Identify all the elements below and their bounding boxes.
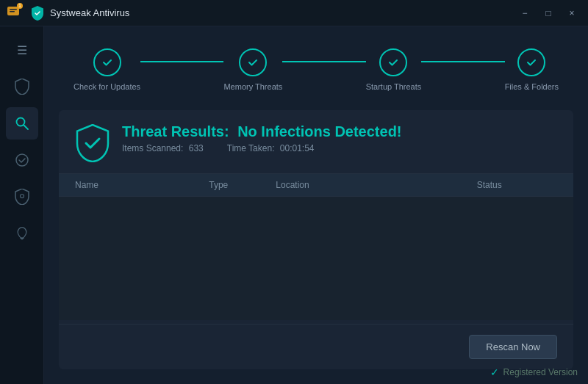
steps-row: Check for Updates Memory Threats bbox=[74, 48, 559, 91]
svg-point-3 bbox=[16, 118, 24, 126]
step-line-1 bbox=[140, 61, 223, 62]
svg-point-5 bbox=[16, 154, 28, 166]
step-label-memory-threats: Memory Threats bbox=[223, 82, 282, 91]
step-circle-memory-threats bbox=[239, 48, 267, 76]
step-files-folders: Files & Folders bbox=[505, 48, 559, 91]
rescan-button[interactable]: Rescan Now bbox=[469, 335, 557, 359]
results-title-dynamic: No Infections Detected! bbox=[237, 123, 401, 140]
step-circle-files-folders bbox=[517, 48, 545, 76]
hamburger-icon: ☰ bbox=[17, 43, 27, 57]
step-circle-startup-threats bbox=[379, 48, 407, 76]
items-scanned: Items Scanned: 633 bbox=[122, 143, 204, 153]
registered-text: Registered Version bbox=[503, 367, 578, 377]
step-line-2 bbox=[282, 61, 365, 62]
sidebar-item-scan[interactable] bbox=[6, 107, 38, 140]
main-layout: ☰ bbox=[0, 26, 588, 384]
shield-success-icon bbox=[75, 123, 110, 163]
col-status: Status bbox=[477, 180, 557, 190]
statusbar: ✓ Registered Version bbox=[490, 366, 578, 378]
results-footer: Rescan Now bbox=[59, 324, 573, 369]
results-title: Threat Results: No Infections Detected! bbox=[122, 123, 402, 140]
results-table: Name Type Location Status bbox=[59, 174, 573, 324]
sidebar-item-check[interactable] bbox=[6, 144, 38, 176]
shield-settings-icon bbox=[15, 189, 29, 205]
time-taken: Time Taken: 00:01:54 bbox=[227, 143, 315, 153]
time-taken-value: 00:01:54 bbox=[280, 143, 315, 153]
close-button[interactable]: × bbox=[562, 3, 582, 23]
step-line-3 bbox=[421, 61, 504, 62]
sidebar-menu-button[interactable]: ☰ bbox=[6, 34, 38, 66]
shield-icon bbox=[15, 79, 29, 95]
step-memory-threats: Memory Threats bbox=[223, 48, 282, 91]
sidebar-item-shield-settings[interactable] bbox=[6, 181, 38, 213]
minimize-button[interactable]: − bbox=[514, 3, 535, 23]
table-body bbox=[59, 197, 573, 320]
check-icon-2 bbox=[247, 57, 259, 68]
titlebar-left: 1 Systweak Antivirus bbox=[6, 4, 514, 22]
results-card: Threat Results: No Infections Detected! … bbox=[59, 110, 573, 369]
col-location: Location bbox=[276, 180, 476, 190]
step-startup-threats: Startup Threats bbox=[366, 48, 422, 91]
content-area: Check for Updates Memory Threats bbox=[44, 26, 588, 384]
check-icon-4 bbox=[526, 57, 537, 68]
sidebar: ☰ bbox=[0, 26, 44, 384]
items-scanned-label: Items Scanned: bbox=[122, 143, 183, 153]
col-type: Type bbox=[209, 180, 276, 190]
results-header: Threat Results: No Infections Detected! … bbox=[59, 110, 573, 174]
table-header: Name Type Location Status bbox=[59, 174, 573, 197]
titlebar: 1 Systweak Antivirus − □ × bbox=[0, 0, 588, 26]
sidebar-item-speedup[interactable] bbox=[6, 217, 38, 250]
search-icon bbox=[15, 116, 29, 131]
notification-icon[interactable]: 1 bbox=[6, 4, 21, 22]
steps-progress: Check for Updates Memory Threats bbox=[59, 41, 573, 98]
svg-line-4 bbox=[24, 126, 28, 130]
svg-point-6 bbox=[20, 195, 24, 198]
step-label-check-updates: Check for Updates bbox=[74, 82, 140, 91]
registered-check-icon: ✓ bbox=[490, 366, 499, 378]
checkmark-icon bbox=[15, 153, 29, 167]
rocket-icon bbox=[15, 225, 29, 242]
step-label-startup-threats: Startup Threats bbox=[366, 82, 422, 91]
step-check-updates: Check for Updates bbox=[74, 48, 140, 91]
step-label-files-folders: Files & Folders bbox=[505, 82, 559, 91]
step-circle-check-updates bbox=[93, 48, 121, 76]
results-text: Threat Results: No Infections Detected! … bbox=[122, 123, 402, 153]
svg-rect-2 bbox=[10, 11, 15, 12]
items-scanned-value: 633 bbox=[189, 143, 204, 153]
check-icon-3 bbox=[387, 57, 399, 68]
results-title-static: Threat Results: bbox=[122, 123, 229, 140]
maximize-button[interactable]: □ bbox=[538, 3, 559, 23]
app-title: Systweak Antivirus bbox=[50, 7, 129, 18]
shield-check-icon bbox=[76, 124, 110, 162]
app-logo bbox=[31, 6, 44, 21]
time-taken-label: Time Taken: bbox=[227, 143, 275, 153]
titlebar-controls: − □ × bbox=[514, 3, 582, 23]
col-name: Name bbox=[75, 180, 209, 190]
svg-rect-1 bbox=[10, 9, 17, 10]
check-icon bbox=[101, 57, 113, 68]
results-meta: Items Scanned: 633 Time Taken: 00:01:54 bbox=[122, 143, 402, 153]
notification-badge: 1 bbox=[17, 3, 23, 9]
sidebar-item-protection[interactable] bbox=[6, 70, 38, 103]
